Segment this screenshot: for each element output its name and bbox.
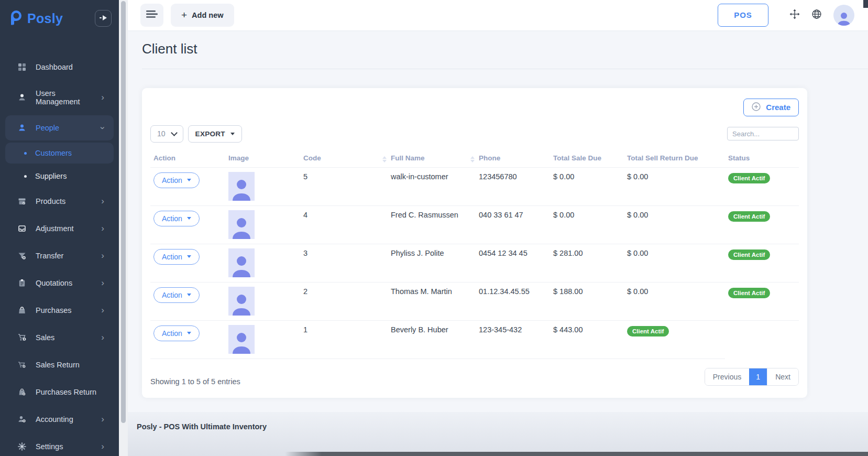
table-controls: 10 EXPORT [150, 125, 799, 143]
sort-icon[interactable] [382, 156, 387, 162]
purchases-return-bag-icon [17, 387, 27, 397]
previous-page-button[interactable]: Previous [705, 368, 749, 385]
row-action-button[interactable]: Action [153, 172, 200, 188]
cell-phone: 040 33 61 47 [476, 205, 550, 244]
export-button[interactable]: EXPORT [188, 125, 242, 143]
column-header-code[interactable]: Code [300, 150, 388, 168]
row-action-button[interactable]: Action [153, 325, 200, 341]
cell-phone: 123456780 [476, 167, 550, 205]
chevron-right-icon: › [101, 444, 104, 449]
column-header-action[interactable]: Action [150, 150, 225, 168]
sidebar-item-label: Sales Return [36, 361, 104, 369]
column-header-total-sell-return-due[interactable]: Total Sell Return Due [624, 150, 725, 168]
user-icon [17, 92, 27, 103]
topbar-right: POS [718, 4, 854, 27]
current-page-button[interactable]: 1 [749, 368, 767, 385]
topbar: + Add new POS [128, 0, 868, 30]
plus-icon: + [181, 9, 187, 21]
accounting-user-plus-icon [17, 414, 27, 425]
sidebar: Posly Dashboard Users Management › [0, 0, 119, 456]
column-header-image[interactable]: Image [225, 150, 300, 168]
create-label: Create [766, 103, 790, 112]
client-image [228, 210, 255, 239]
create-button[interactable]: Create [743, 99, 799, 116]
sidebar-item-purchases-return[interactable]: Purchases Return [5, 379, 114, 405]
caret-down-icon [187, 294, 191, 296]
status-badge: Client Actif [728, 288, 770, 298]
client-image [228, 248, 255, 277]
status-badge: Client Actif [728, 249, 770, 260]
sidebar-item-sales[interactable]: Sales › [5, 325, 114, 350]
cell-total-sale-due: $ 443.00 [550, 320, 624, 359]
sidebar-item-label: Products [36, 197, 93, 205]
fullscreen-move-button[interactable] [789, 9, 800, 21]
cell-code: 4 [300, 205, 388, 244]
sort-icon[interactable] [470, 156, 475, 162]
sidebar-item-quotations[interactable]: Quotations › [5, 270, 114, 296]
page-size-value: 10 [157, 129, 166, 138]
scrollbar-thumb[interactable] [121, 1, 126, 423]
column-header-full-name[interactable]: Full Name [388, 150, 476, 168]
sidebar-item-purchases[interactable]: Purchases › [5, 298, 114, 323]
card-toolbar: Create [150, 99, 799, 116]
sidebar-item-products[interactable]: Products › [5, 189, 114, 214]
hamburger-icon [146, 10, 158, 19]
clients-table: Action Image Code Full Name Phone Total … [150, 150, 799, 359]
caret-down-icon [187, 255, 191, 258]
cell-total-sale-due: $ 0.00 [550, 205, 624, 244]
sidebar-item-adjustment[interactable]: Adjustment › [5, 216, 114, 241]
client-image [228, 172, 255, 201]
sidebar-header: Posly [0, 0, 119, 34]
sales-return-cart-icon [17, 360, 27, 370]
chevron-right-icon: › [101, 308, 104, 313]
column-header-phone[interactable]: Phone [476, 150, 550, 168]
products-box-icon [17, 196, 27, 207]
transfer-funnel-icon [17, 251, 27, 261]
chevron-right-icon: › [101, 253, 104, 258]
cell-code: 3 [300, 244, 388, 282]
chevron-down-icon [171, 129, 178, 136]
add-new-button[interactable]: + Add new [171, 4, 234, 27]
row-action-button[interactable]: Action [153, 211, 200, 226]
sidebar-collapse-button[interactable] [95, 10, 112, 27]
page-content: Client list Create 10 [128, 30, 868, 398]
chevron-right-icon: › [101, 199, 104, 204]
sidebar-item-label: Sales [36, 333, 93, 342]
purchases-bag-icon [17, 305, 27, 316]
menu-toggle-button[interactable] [140, 4, 163, 27]
sidebar-item-dashboard[interactable]: Dashboard [5, 55, 114, 80]
sidebar-item-customers[interactable]: Customers [5, 143, 114, 164]
status-badge: Client Actif [627, 326, 669, 336]
search-input[interactable] [727, 127, 799, 140]
table-row: Action 1 Beverly B. Huber 123-345-432 $ … [150, 320, 799, 359]
sidebar-scrollbar[interactable] [119, 0, 128, 456]
row-action-button[interactable]: Action [153, 287, 200, 303]
language-globe-button[interactable] [811, 9, 822, 21]
logo[interactable]: Posly [6, 8, 63, 28]
sidebar-item-sales-return[interactable]: Sales Return [5, 352, 114, 377]
pos-button[interactable]: POS [718, 4, 768, 27]
sidebar-item-users-management[interactable]: Users Management › [5, 82, 114, 113]
sidebar-item-suppliers[interactable]: Suppliers [5, 166, 114, 187]
main-area: + Add new POS [128, 0, 868, 456]
row-action-button[interactable]: Action [153, 249, 200, 265]
caret-down-icon [187, 179, 191, 181]
sidebar-item-people[interactable]: People › [5, 115, 114, 140]
search-box [727, 127, 799, 140]
table-row: Action 2 Thomas M. Martin 01.12.34.45.55… [150, 282, 799, 320]
sales-cart-icon [17, 332, 27, 343]
bullet-icon [24, 175, 27, 178]
caret-down-icon [230, 133, 235, 135]
client-image [228, 325, 255, 354]
chevron-right-icon: › [101, 280, 104, 286]
next-page-button[interactable]: Next [767, 368, 798, 385]
user-avatar[interactable] [833, 5, 854, 26]
column-header-status[interactable]: Status [725, 150, 799, 168]
page-size-select[interactable]: 10 [150, 125, 183, 143]
cell-total-sell-return-due: $ 0.00 [624, 244, 725, 282]
sidebar-item-settings[interactable]: Settings › [5, 434, 114, 456]
sidebar-item-transfer[interactable]: Transfer › [5, 243, 114, 268]
cell-code: 2 [300, 282, 388, 320]
sidebar-item-accounting[interactable]: Accounting › [5, 407, 114, 432]
column-header-total-sale-due[interactable]: Total Sale Due [550, 150, 624, 168]
